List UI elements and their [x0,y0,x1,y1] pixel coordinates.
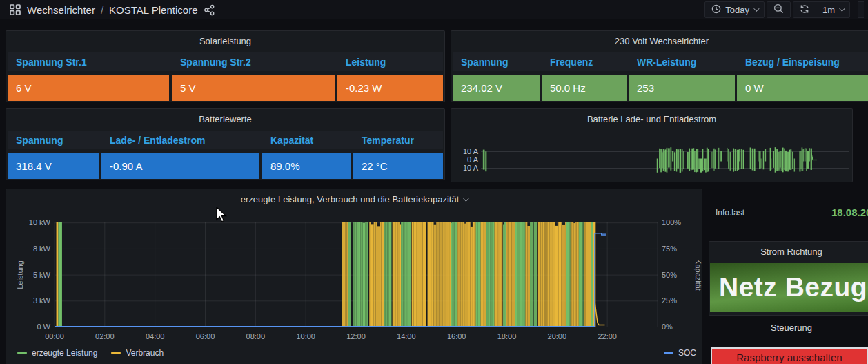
svg-text:25%: 25% [662,296,677,305]
value-cell: 234.02 V [453,75,540,101]
panel-batteriewerte: Batteriewerte Spannung Lade- / Entladest… [6,108,445,180]
svg-text:0%: 0% [662,323,673,331]
value-cell: 22 °C [353,153,443,179]
panel-strom-richtung: Strom Richtung Netz Bezug [709,241,868,316]
grafana-dashboard: Wechselrichter / KOSTAL Plenticore Today [0,0,868,364]
column-header[interactable]: Spannung Str.1 [8,57,169,68]
value-cell: -0.90 A [101,153,259,179]
column-header[interactable]: Leistung [337,57,443,68]
navbar-divider [854,3,854,17]
panel-title[interactable]: Steuerung [709,318,868,338]
info-last-row: Info.last 18.08.20 [709,207,868,220]
table-header-row: Spannung Str.1 Spannung Str.2 Leistung [8,52,443,71]
column-header[interactable]: Kapazität [262,135,351,146]
panel-title[interactable]: Batteriewerte [6,109,444,129]
svg-text:Kapazität: Kapazität [694,259,702,291]
svg-text:22:00: 22:00 [598,332,617,341]
svg-text:5 kW: 5 kW [33,271,51,279]
svg-text:10:00: 10:00 [296,332,315,341]
column-header[interactable]: Lade- / Entladestrom [101,135,259,146]
refresh-button[interactable] [793,1,816,18]
battery-current-chart-canvas[interactable]: 10 A0 A-10 A [451,109,854,183]
svg-text:06:00: 06:00 [196,332,215,341]
column-header[interactable]: Bezug / Einspeisung [737,57,868,68]
navbar-cut-button[interactable] [858,1,864,18]
value-cell: 253 [629,75,735,101]
breadcrumb-separator: / [101,4,103,16]
value-cell: -0.23 W [337,75,443,101]
chevron-down-icon [839,6,845,11]
svg-text:75%: 75% [662,245,677,253]
svg-text:04:00: 04:00 [146,332,165,341]
svg-text:16:00: 16:00 [447,332,466,341]
apps-grid-icon[interactable] [10,4,21,15]
svg-text:18:00: 18:00 [497,332,517,341]
svg-text:8 kW: 8 kW [33,245,51,253]
column-header[interactable]: Spannung [453,57,540,68]
value-cell: 89.0% [262,153,351,179]
value-cell: 318.4 V [8,153,99,179]
svg-text:20:00: 20:00 [548,332,567,341]
svg-text:50%: 50% [662,271,677,279]
chevron-down-icon [753,6,759,11]
legend-item-soc[interactable]: SOC [664,348,696,358]
zoom-out-icon [773,3,784,16]
svg-text:02:00: 02:00 [95,332,115,341]
svg-text:00:00: 00:00 [45,332,64,341]
value-cell: 0 W [737,75,868,101]
time-range-label: Today [725,5,749,15]
table-value-row: 234.02 V 50.0 Hz 253 0 W [453,75,868,101]
svg-text:08:00: 08:00 [246,332,266,341]
legend-label: erzeugte Leistung [32,348,97,358]
legend-label: Verbrauch [126,348,164,358]
panel-title[interactable]: Strom Richtung [709,242,868,262]
panel-batterie-strom-chart: Batterie Lade- und Entladestrom 10 A0 A-… [451,108,853,182]
value-cell: 5 V [172,75,335,101]
column-header[interactable]: Spannung Str.2 [172,57,335,68]
direction-status-text: Netz Bezug [710,272,867,303]
legend-color-dash [17,352,27,354]
panel-230v-wechselrichter: 230 Volt Wechselrichter Spannung Frequen… [451,30,868,102]
panel-solarleistung: Solarleistung Spannung Str.1 Spannung St… [6,30,445,102]
panel-title[interactable]: Solarleistung [6,31,444,51]
column-header[interactable]: Frequenz [542,57,627,68]
table-value-row: 318.4 V -0.90 A 89.0% 22 °C [8,153,443,179]
breadcrumb: Wechselrichter / KOSTAL Plenticore [27,4,197,16]
legend-color-dash [111,352,121,354]
legend-item-erzeugte-leistung[interactable]: erzeugte Leistung [17,348,97,358]
top-navbar: Wechselrichter / KOSTAL Plenticore Today [0,0,868,19]
svg-text:100%: 100% [662,218,681,227]
refresh-interval-picker[interactable]: 1m [816,1,850,18]
table-header-row: Spannung Frequenz WR-Leistung Bezug / Ei… [453,52,868,71]
svg-text:3 kW: 3 kW [33,296,51,305]
svg-text:10 kW: 10 kW [29,218,51,227]
svg-text:0 A: 0 A [467,155,479,164]
refresh-interval-label: 1m [822,5,835,15]
svg-text:0 W: 0 W [37,323,50,331]
info-last-value: 18.08.20 [831,207,868,218]
legend-item-verbrauch[interactable]: Verbrauch [111,348,164,358]
clock-icon [711,4,721,16]
time-range-picker[interactable]: Today [704,1,765,18]
column-header[interactable]: Spannung [8,135,99,146]
svg-text:Leistung: Leistung [16,260,24,289]
column-header[interactable]: Temperatur [353,135,443,146]
svg-text:12:00: 12:00 [346,332,366,341]
svg-text:14:00: 14:00 [397,332,416,341]
refresh-icon [800,4,809,16]
table-value-row: 6 V 5 V -0.23 W [8,75,443,101]
svg-text:10 A: 10 A [463,147,479,155]
chart-legend: erzeugte Leistung Verbrauch SOC [17,348,696,358]
main-chart-canvas[interactable]: 0 W3 kW5 kW8 kW10 kW0%25%50%75%100%00:00… [6,189,703,347]
share-icon[interactable] [204,4,215,16]
raspberry-shutdown-button[interactable]: Raspberry ausschalten [711,347,868,364]
legend-label: SOC [678,348,696,358]
breadcrumb-folder[interactable]: Wechselrichter [27,4,95,16]
info-last-label: Info.last [716,208,744,218]
svg-text:-10 A: -10 A [460,164,478,172]
breadcrumb-dashboard[interactable]: KOSTAL Plenticore [109,4,197,16]
panel-title[interactable]: 230 Volt Wechselrichter [451,31,868,51]
zoom-out-button[interactable] [767,1,791,18]
panel-main-chart: erzeugte Leistung, Verbrauch und die Bat… [6,189,702,364]
column-header[interactable]: WR-Leistung [629,57,735,68]
